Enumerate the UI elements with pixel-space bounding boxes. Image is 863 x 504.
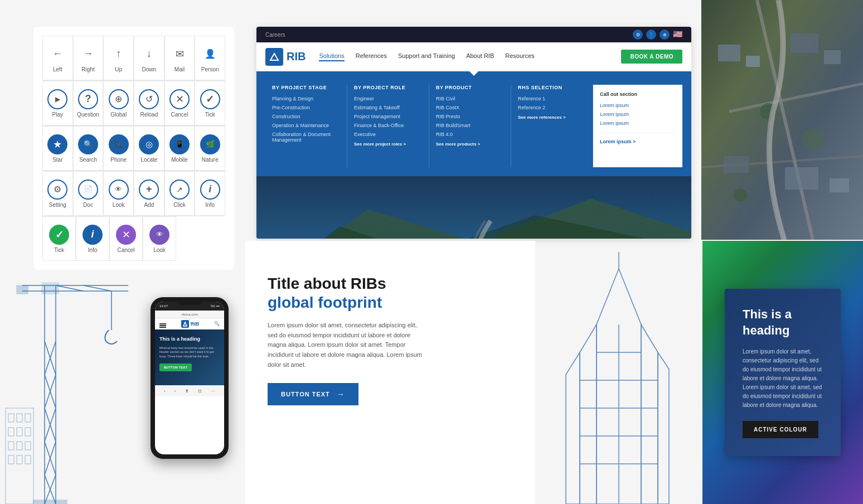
stage-item-planning[interactable]: Planning & Design xyxy=(272,96,340,101)
callout-item-1[interactable]: Lorem ipsum xyxy=(600,103,676,108)
nav-link-solutions[interactable]: Solutions xyxy=(319,52,344,61)
topbar-icon-3[interactable]: ⊕ xyxy=(660,30,670,40)
phone-back-icon[interactable]: ‹ xyxy=(164,389,166,394)
role-item-executive[interactable]: Executive xyxy=(354,132,422,137)
mail-icon-cell[interactable]: ✉ Mail xyxy=(164,36,195,80)
nav-link-references[interactable]: References xyxy=(356,52,387,61)
person-icon-label: Person xyxy=(201,66,219,72)
svg-rect-9 xyxy=(746,56,760,67)
role-item-estimating[interactable]: Estimating & Takeoff xyxy=(354,105,422,110)
cancel-icon-cell[interactable]: ✕ Cancel xyxy=(164,81,195,125)
rib-topbar-careers-link[interactable]: Careers xyxy=(265,32,285,38)
product-rib-presto[interactable]: RIB Presto xyxy=(436,114,504,119)
building-illustration-section xyxy=(535,241,702,504)
product-see-more[interactable]: See more products > xyxy=(436,142,504,147)
topbar-icon-1[interactable]: ⚙ xyxy=(633,30,643,40)
add-icon-cell[interactable]: + Add xyxy=(134,171,164,216)
rhs-reference-1[interactable]: Reference 1 xyxy=(518,96,586,101)
add-icon: + xyxy=(139,180,159,200)
callout-more[interactable]: Lorem ipsum > xyxy=(600,133,676,144)
down-icon-cell[interactable]: ↓ Down xyxy=(134,36,164,80)
aerial-photo-section xyxy=(701,0,863,240)
content-cta-button[interactable]: BUTTON TEXT → xyxy=(268,383,358,405)
rib-hero xyxy=(256,176,691,239)
content-cta-label: BUTTON TEXT xyxy=(281,391,330,398)
phone-forward-icon[interactable]: › xyxy=(174,389,176,394)
stage-item-operation[interactable]: Operation & Maintenance xyxy=(272,123,340,128)
mobile-icon-cell[interactable]: 📱 Mobile xyxy=(164,126,195,171)
phone-screen: 14:07 5G ▪▪▪ riboca.com RIB 🔍 xyxy=(155,302,224,454)
up-arrow-icon: ↑ xyxy=(109,44,129,64)
rib-logo: RIB xyxy=(265,48,306,66)
stage-item-construction[interactable]: Construction xyxy=(272,114,340,119)
reload-icon-cell[interactable]: ↺ Reload xyxy=(134,81,164,125)
svg-rect-38 xyxy=(33,500,67,504)
role-see-more[interactable]: See more project roles > xyxy=(354,142,422,147)
rhs-reference-2[interactable]: Reference 2 xyxy=(518,105,586,110)
search-icon-cell[interactable]: 🔍 Search xyxy=(73,126,104,171)
reload-icon-label: Reload xyxy=(140,112,158,118)
global-icon-cell[interactable]: ⊕ Global xyxy=(103,81,134,125)
card-body-text: Lorem ipsum dolor sit amet, consectetur … xyxy=(743,347,823,410)
setting-icon-cell[interactable]: ⚙ Setting xyxy=(42,171,73,216)
up-icon-label: Up xyxy=(115,66,122,72)
phone-hero-button[interactable]: BUTTON TEXT xyxy=(159,364,192,371)
rhs-see-more[interactable]: See more references > xyxy=(518,115,586,120)
phone-icon: 📞 xyxy=(109,134,129,154)
stage-item-collab[interactable]: Collaboration & Document Management xyxy=(272,132,340,143)
product-rib-costx[interactable]: RIB CostX xyxy=(436,105,504,110)
info-icon-cell[interactable]: i Info xyxy=(195,171,225,216)
phone-hamburger-icon[interactable] xyxy=(159,323,166,324)
content-main-title: Title about RIBs xyxy=(268,274,513,293)
topbar-flag-icon[interactable]: 🇺🇸 xyxy=(673,30,682,40)
look-icon-cell[interactable]: 👁 Look xyxy=(103,171,134,216)
topbar-icon-2[interactable]: 👤 xyxy=(646,30,656,40)
phone-tabs-icon[interactable]: ⊡ xyxy=(198,389,202,394)
person-icon-cell[interactable]: 👤 Person xyxy=(195,36,225,80)
phone-more-icon[interactable]: ⋯ xyxy=(211,389,215,394)
star-icon-cell[interactable]: ★ Star xyxy=(42,126,73,171)
up-icon-cell[interactable]: ↑ Up xyxy=(103,36,134,80)
left-icon-cell[interactable]: ← Left xyxy=(42,36,73,80)
nature-icon-label: Nature xyxy=(202,157,219,163)
stage-item-preconstruction[interactable]: Pre-Construction xyxy=(272,105,340,110)
rib-website-mockup: Careers ⚙ 👤 ⊕ 🇺🇸 RIB Solutions Reference… xyxy=(256,27,691,239)
tick-icon-cell[interactable]: ✓ Tick xyxy=(195,81,225,125)
nav-link-about[interactable]: About RIB xyxy=(466,52,494,61)
product-rib-4[interactable]: RIB 4.0 xyxy=(436,132,504,137)
play-icon-cell[interactable]: ▶ Play xyxy=(42,81,73,125)
left-arrow-icon: ← xyxy=(47,44,67,64)
star-icon-label: Star xyxy=(52,157,62,163)
svg-rect-51 xyxy=(17,455,22,464)
phone-signal: 5G ▪▪▪ xyxy=(211,304,220,308)
role-item-pm[interactable]: Project Management xyxy=(354,114,422,119)
role-item-engineer[interactable]: Engineer xyxy=(354,96,422,101)
nature-icon-cell[interactable]: 🌿 Nature xyxy=(195,126,225,171)
locate-icon-cell[interactable]: ◎ Locate xyxy=(134,126,164,171)
dropdown-col-rhs-title: RHS Selection xyxy=(518,85,586,90)
callout-item-3[interactable]: Lorem ipsum xyxy=(600,120,676,126)
rib-demo-button[interactable]: BOOK A DEMO xyxy=(621,50,682,64)
role-item-finance[interactable]: Finance & Back-Office xyxy=(354,123,422,128)
icon-row-3: ★ Star 🔍 Search 📞 Phone ◎ Locate 📱 Mobil… xyxy=(42,126,225,171)
product-rib-buildsmart[interactable]: RIB BuildSmart xyxy=(436,123,504,128)
active-colour-button[interactable]: ACTIVE COLOUR xyxy=(743,421,818,438)
add-icon-label: Add xyxy=(144,202,154,208)
question-icon: ? xyxy=(78,89,98,109)
product-rib-civil[interactable]: RIB Civil xyxy=(436,96,504,101)
right-icon-cell[interactable]: → Right xyxy=(73,36,104,80)
callout-item-2[interactable]: Lorem ipsum xyxy=(600,112,676,117)
phone-share-icon[interactable]: ⬆ xyxy=(185,389,189,394)
question-icon-cell[interactable]: ? Question xyxy=(73,81,104,125)
svg-marker-0 xyxy=(270,54,278,60)
phone-search-icon[interactable]: 🔍 xyxy=(214,321,220,326)
phone-logo-icon xyxy=(181,320,189,328)
phone-time: 14:07 xyxy=(159,304,168,308)
tick-icon-label: Tick xyxy=(205,112,215,118)
phone-icon-cell[interactable]: 📞 Phone xyxy=(103,126,134,171)
nav-link-resources[interactable]: Resources xyxy=(505,52,535,61)
doc-icon-cell[interactable]: 📄 Doc xyxy=(73,171,104,216)
click-icon-cell[interactable]: ↗ Click xyxy=(164,171,195,216)
svg-line-33 xyxy=(84,285,111,291)
nav-link-support[interactable]: Support and Training xyxy=(398,52,455,61)
